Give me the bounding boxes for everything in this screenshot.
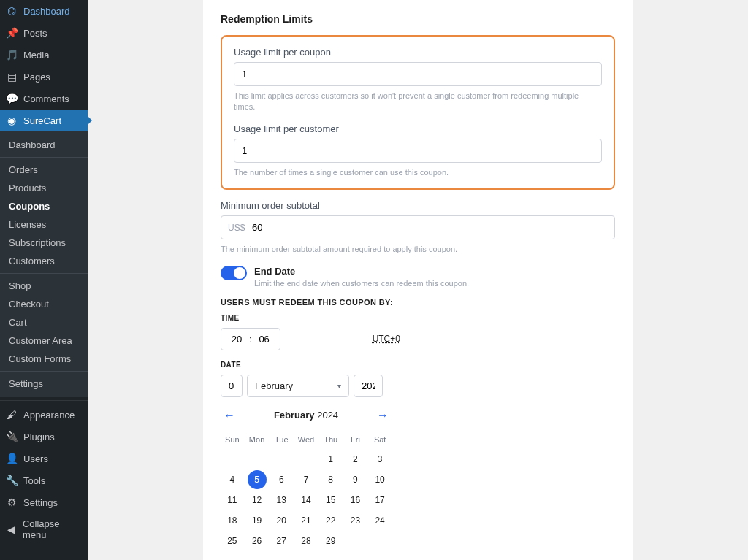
- submenu-item-orders[interactable]: Orders: [0, 161, 88, 179]
- date-year-input[interactable]: [354, 375, 383, 397]
- sidebar-item-comments[interactable]: 💬Comments: [0, 88, 88, 110]
- sliders-icon: ⚙: [6, 496, 18, 508]
- main-content: Redemption Limits Usage limit per coupon…: [88, 0, 748, 560]
- calendar-day[interactable]: 22: [321, 511, 340, 530]
- calendar-day[interactable]: 1: [321, 450, 340, 469]
- sidebar-item-media[interactable]: 🎵Media: [0, 44, 88, 66]
- sidebar-item-label: Plugins: [23, 431, 55, 442]
- sidebar-item-surecart[interactable]: ◉SureCart: [0, 110, 88, 131]
- submenu-item-subscriptions[interactable]: Subscriptions: [0, 234, 88, 252]
- plug-icon: 🔌: [6, 431, 18, 442]
- calendar-day[interactable]: 19: [248, 511, 267, 530]
- calendar-day[interactable]: 11: [223, 491, 242, 510]
- surecart-icon: ◉: [6, 115, 18, 126]
- submenu-item-licenses[interactable]: Licenses: [0, 215, 88, 234]
- submenu-item-cart[interactable]: Cart: [0, 313, 88, 331]
- sidebar-item-label: Dashboard: [23, 6, 70, 17]
- calendar-day[interactable]: 25: [223, 532, 242, 551]
- calendar-day[interactable]: 28: [297, 532, 316, 551]
- usage-customer-input[interactable]: [234, 139, 602, 163]
- min-order-input[interactable]: [221, 215, 615, 239]
- sidebar-item-posts[interactable]: 📌Posts: [0, 22, 88, 44]
- calendar-day[interactable]: 6: [272, 470, 291, 489]
- surecart-submenu: DashboardOrdersProductsCouponsLicensesSu…: [0, 131, 88, 397]
- calendar-day[interactable]: 14: [297, 491, 316, 510]
- calendar-day[interactable]: 15: [321, 491, 340, 510]
- date-month-select[interactable]: February ▾: [247, 375, 349, 397]
- sidebar-item-users[interactable]: 👤Users: [0, 448, 88, 469]
- calendar-day[interactable]: 18: [223, 511, 242, 530]
- calendar-day[interactable]: 17: [370, 491, 389, 510]
- usage-customer-label: Usage limit per customer: [234, 123, 602, 134]
- submenu-item-checkout[interactable]: Checkout: [0, 295, 88, 313]
- end-date-label: End Date: [254, 266, 469, 277]
- calendar-day[interactable]: 21: [297, 511, 316, 530]
- sidebar-item-pages[interactable]: ▤Pages: [0, 66, 88, 88]
- sidebar-item-label: SureCart: [23, 115, 61, 126]
- usage-coupon-label: Usage limit per coupon: [234, 47, 602, 58]
- sidebar-item-label: Settings: [23, 497, 58, 508]
- calendar-day[interactable]: 7: [297, 470, 316, 489]
- end-date-help: Limit the end date when customers can re…: [254, 279, 469, 288]
- usage-customer-help: The number of times a single customer ca…: [234, 167, 602, 178]
- calendar-dow: Mon: [245, 431, 269, 448]
- calendar: ← February 2024 → SunMonTueWedThuFriSat1…: [221, 409, 392, 551]
- media-icon: 🎵: [6, 49, 18, 61]
- submenu-item-customers[interactable]: Customers: [0, 252, 88, 270]
- sidebar-item-dashboard[interactable]: ⌬Dashboard: [0, 0, 88, 22]
- calendar-day[interactable]: 24: [370, 511, 389, 530]
- end-date-toggle[interactable]: [221, 266, 247, 280]
- date-day-input[interactable]: [221, 375, 243, 397]
- time-hour-input[interactable]: [229, 334, 245, 345]
- submenu-item-shop[interactable]: Shop: [0, 277, 88, 295]
- sidebar-item-appearance[interactable]: 🖌Appearance: [0, 404, 88, 426]
- sidebar-item-label: Users: [23, 453, 48, 464]
- calendar-day[interactable]: 8: [321, 470, 340, 489]
- sidebar-item-label: Comments: [23, 93, 69, 104]
- calendar-title: February 2024: [274, 410, 338, 421]
- submenu-item-custom-forms[interactable]: Custom Forms: [0, 350, 88, 368]
- calendar-day[interactable]: 4: [223, 470, 242, 489]
- submenu-item-dashboard[interactable]: Dashboard: [0, 136, 88, 154]
- calendar-day[interactable]: 10: [370, 470, 389, 489]
- sidebar-item-label: Pages: [23, 72, 50, 83]
- sidebar-item-plugins[interactable]: 🔌Plugins: [0, 426, 88, 448]
- submenu-item-settings[interactable]: Settings: [0, 375, 88, 393]
- admin-sidebar: ⌬Dashboard📌Posts🎵Media▤Pages💬Comments◉Su…: [0, 0, 88, 560]
- calendar-day[interactable]: 29: [321, 532, 340, 551]
- calendar-prev-icon[interactable]: ←: [224, 409, 235, 422]
- calendar-day[interactable]: 16: [346, 491, 365, 510]
- timezone-link[interactable]: UTC+0: [373, 334, 400, 344]
- submenu-item-products[interactable]: Products: [0, 179, 88, 197]
- calendar-dow: Tue: [270, 431, 293, 448]
- sidebar-item-collapse-menu[interactable]: ◀Collapse menu: [0, 513, 88, 545]
- time-input-box: :: [221, 328, 280, 350]
- user-icon: 👤: [6, 453, 18, 464]
- sidebar-item-tools[interactable]: 🔧Tools: [0, 469, 88, 491]
- calendar-day[interactable]: 27: [272, 532, 291, 551]
- calendar-day[interactable]: 23: [346, 511, 365, 530]
- time-minute-input[interactable]: [256, 334, 272, 345]
- card-title: Redemption Limits: [221, 13, 615, 25]
- usage-limits-highlight: Usage limit per coupon This limit applie…: [221, 35, 615, 190]
- calendar-day[interactable]: 20: [272, 511, 291, 530]
- sidebar-item-settings[interactable]: ⚙Settings: [0, 491, 88, 513]
- submenu-item-customer-area[interactable]: Customer Area: [0, 331, 88, 350]
- calendar-day[interactable]: 3: [370, 450, 389, 469]
- calendar-day[interactable]: 12: [248, 491, 267, 510]
- usage-coupon-help: This limit applies across customers so i…: [234, 91, 602, 113]
- usage-coupon-input[interactable]: [234, 62, 602, 86]
- redeem-by-label: USERS MUST REDEEM THIS COUPON BY:: [221, 298, 615, 307]
- calendar-day[interactable]: 13: [272, 491, 291, 510]
- calendar-day[interactable]: 9: [346, 470, 365, 489]
- calendar-day[interactable]: 26: [248, 532, 267, 551]
- submenu-item-coupons[interactable]: Coupons: [0, 197, 88, 215]
- calendar-day[interactable]: 2: [346, 450, 365, 469]
- date-section-label: DATE: [221, 361, 615, 369]
- calendar-next-icon[interactable]: →: [377, 409, 389, 422]
- collapse-icon: ◀: [6, 523, 17, 535]
- calendar-day[interactable]: 5: [248, 470, 267, 489]
- redemption-limits-card: Redemption Limits Usage limit per coupon…: [203, 0, 633, 560]
- calendar-dow: Fri: [344, 431, 367, 448]
- sidebar-item-label: Collapse menu: [23, 518, 82, 540]
